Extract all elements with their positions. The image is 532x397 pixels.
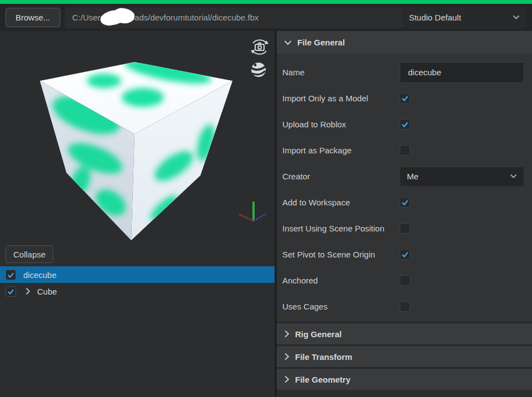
prop-row-anchored: Anchored <box>277 267 532 293</box>
checkbox[interactable] <box>400 93 410 104</box>
redaction-scribble <box>100 8 135 27</box>
prop-row-insert-using-scene-position: Insert Using Scene Position <box>277 215 532 241</box>
section-title: Rig General <box>295 329 342 339</box>
collapse-button-label: Collapse <box>13 250 45 259</box>
creator-dropdown[interactable]: Me <box>400 167 524 187</box>
checkbox[interactable] <box>400 275 410 286</box>
section-header-rig-general[interactable]: Rig General <box>277 323 532 344</box>
prop-row-add-to-workspace: Add to Workspace <box>277 189 532 215</box>
section-title: File Transform <box>295 352 352 362</box>
prop-label: Import as Package <box>282 146 352 155</box>
prop-label: Insert Using Scene Position <box>282 224 384 233</box>
tree-item-label: dicecube <box>23 270 56 280</box>
prop-label: Add to Workspace <box>282 198 350 207</box>
prop-row-uses-cages: Uses Cages <box>277 293 532 319</box>
check-icon <box>401 94 409 102</box>
axis-gizmo <box>230 194 274 228</box>
progress-accent-bar <box>0 0 532 4</box>
checkbox[interactable] <box>6 270 16 280</box>
checkbox[interactable] <box>400 145 410 156</box>
browse-button-label: Browse... <box>16 13 50 22</box>
checkbox[interactable] <box>400 301 410 312</box>
prop-row-creator: Creator Me <box>277 163 532 189</box>
chevron-down-icon <box>284 40 292 45</box>
chevron-right-icon <box>284 353 290 360</box>
chevron-down-icon <box>510 174 517 179</box>
prop-label: Set Pivot to Scene Origin <box>282 250 375 259</box>
checkbox[interactable] <box>400 249 410 260</box>
preset-dropdown[interactable]: Studio Default <box>402 7 526 28</box>
section-title: File Geometry <box>295 375 350 384</box>
prop-row-set-pivot-to-scene-origin: Set Pivot to Scene Origin <box>277 241 532 267</box>
check-icon <box>7 271 15 279</box>
preview-panel: Collapse dicecube Cube <box>0 31 275 397</box>
collapse-button[interactable]: Collapse <box>6 245 53 263</box>
prop-row-upload-to-roblox: Upload to Roblox <box>277 111 532 137</box>
checkbox[interactable] <box>400 119 410 130</box>
chevron-down-icon <box>513 15 520 20</box>
prop-row-name: Name <box>277 59 532 85</box>
browse-button[interactable]: Browse... <box>6 8 60 27</box>
tree-row-cube[interactable]: Cube <box>0 283 275 300</box>
prop-label: Uses Cages <box>282 302 328 311</box>
prop-row-import-only-model: Import Only as a Model <box>277 85 532 111</box>
section-header-file-transform[interactable]: File Transform <box>277 346 532 367</box>
check-icon <box>401 198 409 207</box>
check-icon <box>401 250 409 259</box>
chevron-right-icon <box>284 330 290 338</box>
check-icon <box>7 287 15 296</box>
globe-icon[interactable] <box>250 61 267 79</box>
tree-toolbar: Collapse <box>0 242 275 266</box>
camera-orbit-icon[interactable] <box>248 35 271 59</box>
section-header-file-geometry[interactable]: File Geometry <box>277 369 532 390</box>
prop-label: Creator <box>282 172 310 181</box>
section-title: File General <box>297 38 345 47</box>
check-icon <box>401 120 409 128</box>
tree-row-dicecube[interactable]: dicecube <box>0 266 275 283</box>
name-input[interactable] <box>400 62 524 83</box>
import-settings-panel: File General Name Import Only as a Model… <box>277 31 532 397</box>
checkbox[interactable] <box>400 223 410 234</box>
model-3d-preview[interactable] <box>0 31 275 242</box>
top-bar: Browse... C:/Users/Downloads/devforumtut… <box>0 4 532 31</box>
scene-tree: dicecube Cube <box>0 266 275 300</box>
prop-label: Name <box>282 68 304 77</box>
checkbox[interactable] <box>6 286 16 297</box>
creator-dropdown-value: Me <box>407 172 419 181</box>
prop-label: Upload to Roblox <box>282 120 346 129</box>
panel-footer <box>277 390 532 397</box>
section-header-file-general[interactable]: File General <box>277 31 532 54</box>
file-path-field[interactable]: C:/Users/Downloads/devforumtutorial/dice… <box>65 7 402 28</box>
checkbox[interactable] <box>400 197 410 208</box>
prop-label: Import Only as a Model <box>282 94 368 103</box>
file-general-body: Name Import Only as a Model Upload to Ro… <box>277 54 532 322</box>
preset-dropdown-value: Studio Default <box>409 13 461 22</box>
prop-row-import-as-package: Import as Package <box>277 137 532 163</box>
prop-label: Anchored <box>282 276 318 285</box>
tree-item-label: Cube <box>37 287 57 296</box>
chevron-right-icon[interactable] <box>25 287 30 295</box>
chevron-right-icon <box>284 375 290 383</box>
import-3d-dialog: Browse... C:/Users/Downloads/devforumtut… <box>0 0 532 397</box>
